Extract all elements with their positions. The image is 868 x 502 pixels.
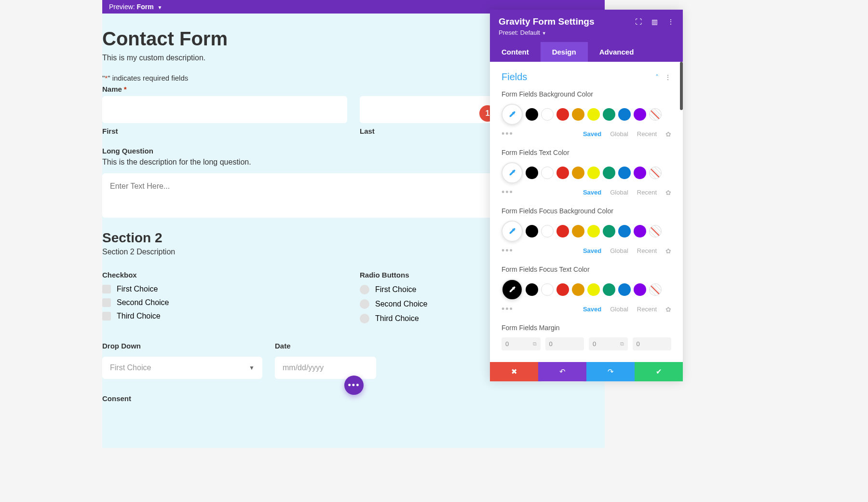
color-swatch[interactable] [618, 283, 631, 296]
color-swatch[interactable] [572, 167, 584, 179]
eyedropper-icon [508, 168, 516, 177]
gear-icon[interactable]: ✿ [665, 306, 671, 313]
first-name-input[interactable] [102, 96, 347, 123]
date-input[interactable]: mm/dd/yyyy [275, 357, 376, 379]
color-swatch-none[interactable] [649, 167, 662, 179]
panel-body[interactable]: Fields ˄ ⋮ Form Fields Background Color … [490, 62, 683, 362]
color-swatch[interactable] [634, 283, 646, 296]
expand-icon[interactable]: ⛶ [635, 18, 642, 26]
color-swatch[interactable] [603, 108, 615, 121]
link-icon[interactable]: ⧉ [620, 341, 624, 347]
checkbox-icon [102, 312, 111, 321]
swatch-tab-global[interactable]: Global [610, 247, 628, 254]
checkbox-item[interactable]: First Choice [102, 285, 347, 293]
gear-icon[interactable]: ✿ [665, 130, 671, 138]
caret-down-icon: ▼ [542, 31, 546, 36]
color-picker-button[interactable] [502, 221, 523, 242]
link-icon[interactable]: ⧉ [533, 341, 537, 347]
color-swatch-none[interactable] [649, 108, 662, 121]
color-swatch[interactable] [572, 225, 584, 237]
checkbox-item[interactable]: Third Choice [102, 312, 347, 321]
color-swatch[interactable] [618, 167, 631, 179]
color-swatch[interactable] [541, 167, 554, 179]
color-swatch[interactable] [587, 225, 600, 237]
tab-content[interactable]: Content [490, 42, 541, 62]
tab-design[interactable]: Design [541, 42, 588, 62]
margin-right-input[interactable] [545, 337, 584, 350]
color-swatch[interactable] [526, 283, 538, 296]
color-swatch[interactable] [572, 283, 584, 296]
gear-icon[interactable]: ✿ [665, 247, 671, 255]
swatch-tab-saved[interactable]: Saved [583, 306, 601, 313]
more-dots-icon[interactable]: ••• [502, 187, 514, 197]
panel-tabs: Content Design Advanced [490, 42, 683, 62]
panel-header: Gravity Form Settings ⛶ ▥ ⋮ Preset: Defa… [490, 10, 683, 42]
color-swatch[interactable] [526, 167, 538, 179]
color-swatch[interactable] [587, 283, 600, 296]
columns-icon[interactable]: ▥ [651, 18, 658, 26]
setting-label: Form Fields Background Color [502, 90, 671, 98]
swatch-tab-recent[interactable]: Recent [637, 130, 657, 138]
more-actions-fab[interactable]: ••• [344, 376, 364, 395]
color-picker-button[interactable] [502, 279, 523, 300]
swatch-tab-global[interactable]: Global [610, 189, 628, 196]
tab-advanced[interactable]: Advanced [588, 42, 646, 62]
more-vert-icon[interactable]: ⋮ [667, 18, 674, 26]
more-dots-icon[interactable]: ••• [502, 129, 514, 139]
color-swatch[interactable] [603, 225, 615, 237]
color-swatch[interactable] [556, 283, 569, 296]
dropdown-select[interactable]: First Choice ▼ [102, 357, 262, 379]
first-sub-label: First [102, 127, 347, 135]
undo-button[interactable]: ↶ [538, 362, 586, 381]
swatch-tab-saved[interactable]: Saved [583, 247, 601, 254]
color-picker-button[interactable] [502, 162, 523, 183]
more-dots-icon[interactable]: ••• [502, 304, 514, 314]
chevron-up-icon[interactable]: ˄ [655, 73, 659, 81]
setting-label: Form Fields Focus Text Color [502, 265, 671, 273]
swatch-tab-saved[interactable]: Saved [583, 130, 601, 138]
swatch-tab-global[interactable]: Global [610, 130, 628, 138]
section-fields-title[interactable]: Fields [502, 71, 527, 83]
color-swatch[interactable] [541, 108, 554, 121]
close-button[interactable]: ✖ [490, 362, 538, 381]
swatch-tab-recent[interactable]: Recent [637, 247, 657, 254]
color-swatch[interactable] [541, 283, 554, 296]
color-swatch[interactable] [634, 225, 646, 237]
gear-icon[interactable]: ✿ [665, 189, 671, 196]
swatch-tab-saved[interactable]: Saved [583, 189, 601, 196]
color-picker-button[interactable] [502, 104, 523, 125]
swatch-tab-recent[interactable]: Recent [637, 306, 657, 313]
panel-preset[interactable]: Preset: Default ▼ [499, 29, 674, 36]
checkbox-item[interactable]: Second Choice [102, 298, 347, 307]
more-dots-icon: ••• [348, 380, 360, 390]
color-swatch[interactable] [541, 225, 554, 237]
color-swatch[interactable] [587, 108, 600, 121]
color-swatch-none[interactable] [649, 283, 662, 296]
color-swatch[interactable] [526, 108, 538, 121]
redo-button[interactable]: ↷ [586, 362, 635, 381]
swatch-tab-global[interactable]: Global [610, 306, 628, 313]
eyedropper-icon [508, 227, 516, 236]
color-swatch[interactable] [634, 167, 646, 179]
color-swatch[interactable] [603, 283, 615, 296]
margin-bottom-input[interactable]: ⧉ [589, 337, 628, 350]
margin-top-input[interactable]: ⧉ [502, 337, 541, 350]
scrollbar[interactable] [680, 62, 683, 110]
swatch-tab-recent[interactable]: Recent [637, 189, 657, 196]
color-swatch[interactable] [526, 225, 538, 237]
color-swatch[interactable] [556, 225, 569, 237]
color-swatch[interactable] [572, 108, 584, 121]
color-swatch[interactable] [618, 225, 631, 237]
color-swatch[interactable] [618, 108, 631, 121]
more-dots-icon[interactable]: ••• [502, 246, 514, 256]
more-vert-icon[interactable]: ⋮ [665, 73, 671, 81]
margin-left-input[interactable] [633, 337, 672, 350]
color-swatch[interactable] [634, 108, 646, 121]
color-swatch[interactable] [603, 167, 615, 179]
margin-label: Form Fields Margin [502, 324, 671, 332]
color-swatch[interactable] [556, 108, 569, 121]
color-swatch[interactable] [587, 167, 600, 179]
save-button[interactable]: ✔ [635, 362, 683, 381]
color-swatch-none[interactable] [649, 225, 662, 237]
color-swatch[interactable] [556, 167, 569, 179]
